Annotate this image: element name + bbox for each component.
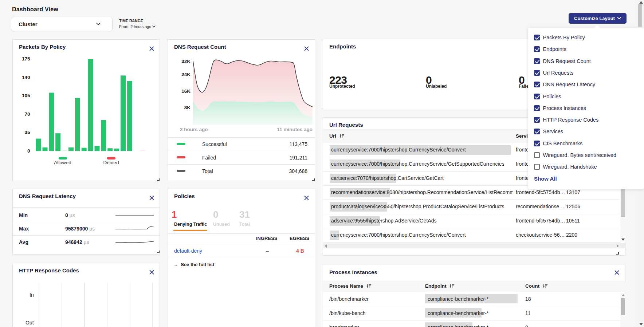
- svg-text:32K: 32K: [181, 59, 191, 64]
- svg-text:70: 70: [24, 111, 30, 117]
- svg-text:0: 0: [27, 148, 30, 154]
- svg-text:2 hours ago: 2 hours ago: [180, 127, 208, 132]
- svg-text:140: 140: [22, 75, 30, 80]
- svg-text:16K: 16K: [181, 88, 191, 94]
- svg-text:175: 175: [22, 56, 30, 62]
- svg-text:Denied: Denied: [103, 160, 119, 165]
- svg-text:105: 105: [22, 93, 30, 98]
- svg-text:8K: 8K: [184, 105, 191, 110]
- svg-text:35: 35: [24, 130, 30, 135]
- svg-text:24K: 24K: [181, 72, 191, 77]
- svg-text:Allowed: Allowed: [54, 160, 71, 165]
- svg-text:11 minutes ago: 11 minutes ago: [277, 127, 313, 132]
